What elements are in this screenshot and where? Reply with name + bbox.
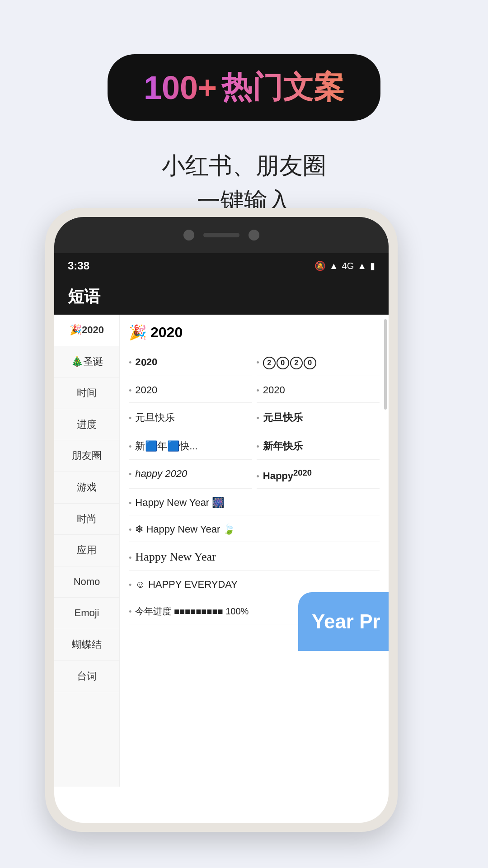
bullet: • [129,607,131,617]
camera-dot [183,230,194,241]
list-item[interactable]: • 2 0 2 0 [257,350,380,376]
badge-number: 100+ [144,69,217,106]
bullet: • [129,414,131,423]
phone-inner: 3:38 🔕 ▲ 4G ▲ ▮ 短语 🎉2020 🎄圣诞 [54,217,389,823]
list-item[interactable]: • 2020 [129,350,252,376]
list-item[interactable]: • 新🟦年🟦快... [129,433,252,460]
status-icons: 🔕 ▲ 4G ▲ ▮ [314,260,375,271]
speech-bubble-text: Year Pr [312,610,380,633]
signal-icon: ▲ [357,261,366,271]
list-item[interactable]: • Happy New Year [129,544,380,571]
app-content: 🎉2020 🎄圣诞 时间 进度 朋友圈 游戏 时尚 应用 Nomo Emoji … [54,315,389,787]
list-item[interactable]: • 2020 [129,378,252,403]
list-item[interactable]: • 新年快乐 [257,433,380,460]
category-title: 🎉 2020 [129,324,380,341]
bullet: • [129,358,131,368]
sidebar-item-app[interactable]: 应用 [54,535,119,566]
item-happy2020-bold: Happy2020 [263,468,312,482]
item-2020-plain2: 2020 [263,384,285,396]
sidebar-item-game[interactable]: 游戏 [54,472,119,504]
status-bar: 3:38 🔕 ▲ 4G ▲ ▮ [54,253,389,278]
bullet: • [129,470,131,479]
wifi-icon: ▲ [329,261,338,271]
badge-text: 热门文案 [221,67,344,108]
battery-icon: ▮ [370,260,375,271]
list-item[interactable]: • 元旦快乐 [129,405,252,431]
list-item[interactable]: • 元旦快乐 [257,405,380,431]
bullet: • [129,553,131,563]
circled-digits: 2 0 2 0 [263,357,316,369]
phone-camera-area [54,217,389,253]
speech-bubble: Year Pr [298,592,389,651]
app-title: 短语 [68,286,100,308]
sidebar-item-2020[interactable]: 🎉2020 [54,315,119,346]
camera-dot-2 [249,230,259,241]
items-grid: • 2020 • 2 0 2 0 [129,350,380,624]
bullet: • [257,414,259,423]
category-name: 2020 [150,324,183,341]
list-item[interactable]: • ❄ Happy New Year 🍃 [129,517,380,542]
item-hny-emoji: Happy New Year 🎆 [135,497,224,509]
bullet: • [129,386,131,396]
item-hny-snowflake: ❄ Happy New Year 🍃 [135,524,235,535]
bullet: • [129,499,131,508]
item-newyear-zh2: 元旦快乐 [263,411,303,425]
item-2020-plain: 2020 [135,384,157,396]
mute-icon: 🔕 [314,260,326,271]
item-progress: 今年进度 ■■■■■■■■■ 100% [135,605,249,618]
sidebar-item-progress[interactable]: 进度 [54,409,119,441]
bullet: • [257,442,259,452]
item-2020-circled: 2 0 2 0 [263,356,316,369]
item-newyear-zh: 元旦快乐 [135,411,175,425]
app-header: 短语 [54,278,389,315]
item-2020-stylized: 2020 [135,356,157,368]
item-happy-everyday: ☺ HAPPY EVERYDAY [135,579,238,590]
sidebar-item-fashion[interactable]: 时尚 [54,504,119,535]
bullet: • [257,358,259,368]
subtitle-line1: 小红书、朋友圈 [162,152,326,179]
badge: 100+ 热门文案 [108,54,380,121]
top-section: 100+ 热门文案 小红书、朋友圈 一键输入 [0,0,488,218]
list-item[interactable]: • 2020 [257,378,380,403]
list-item[interactable]: • Happy New Year 🎆 [129,491,380,515]
status-time: 3:38 [68,259,89,272]
category-emoji: 🎉 [129,324,147,341]
item-hny-script: Happy New Year [135,550,216,564]
bullet: • [257,386,259,396]
scrollbar[interactable] [384,319,387,410]
phone-mockup: 3:38 🔕 ▲ 4G ▲ ▮ 短语 🎉2020 🎄圣诞 [45,208,398,832]
sidebar-item-bow[interactable]: 蝴蝶结 [54,629,119,661]
main-content: 🎉 2020 • 2020 • [120,315,389,787]
network-icon: 4G [342,261,354,271]
list-item[interactable]: • happy 2020 [129,462,252,489]
progress-blocks: ■■■■■■■■■ [174,606,223,617]
sidebar-item-christmas[interactable]: 🎄圣诞 [54,346,119,378]
item-xinnian2: 新年快乐 [263,439,303,453]
list-item[interactable]: • Happy2020 [257,462,380,489]
item-xinnian: 新🟦年🟦快... [135,439,197,453]
sidebar-item-moments[interactable]: 朋友圈 [54,440,119,472]
phone-outer: 3:38 🔕 ▲ 4G ▲ ▮ 短语 🎉2020 🎄圣诞 [45,208,398,832]
bullet: • [257,472,259,481]
sidebar-item-emoji[interactable]: Emoji [54,598,119,629]
sidebar-item-nomo[interactable]: Nomo [54,566,119,598]
sidebar-item-lines[interactable]: 台词 [54,661,119,693]
bullet: • [129,525,131,535]
sidebar-item-time[interactable]: 时间 [54,377,119,409]
item-happy2020-italic: happy 2020 [135,468,187,480]
bullet: • [129,580,131,590]
speaker [203,233,239,237]
bullet: • [129,442,131,452]
sidebar: 🎉2020 🎄圣诞 时间 进度 朋友圈 游戏 时尚 应用 Nomo Emoji … [54,315,120,787]
